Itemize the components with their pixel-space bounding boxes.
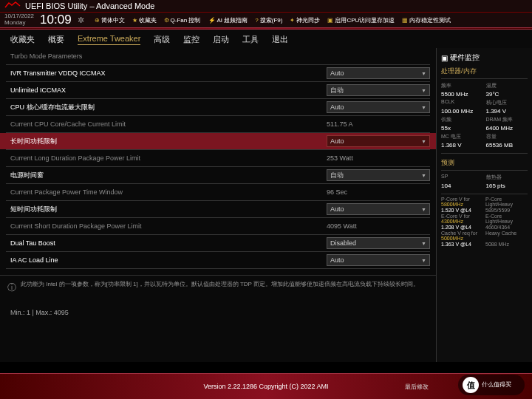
toolbar-item[interactable]: ⚙Q-Fan 控制 (164, 16, 201, 24)
setting-label: Dual Tau Boost (10, 239, 327, 247)
toolbar-item[interactable]: ▣启用CPU访问显存加速 (327, 16, 395, 24)
tab-3[interactable]: 高级 (154, 34, 170, 45)
tabs: 收藏夹概要Extreme Tweaker高级监控启动工具退出 (0, 30, 532, 48)
setting-row[interactable]: IA AC Load LineAuto▼ (0, 252, 436, 268)
chevron-down-icon: ▼ (421, 88, 426, 93)
setting-label: Current Package Power Time Window (10, 188, 327, 196)
tab-4[interactable]: 监控 (183, 34, 200, 45)
setting-select[interactable]: Auto▼ (327, 254, 430, 266)
setting-label: Current CPU Core/Cache Current Limit (10, 120, 327, 128)
toolbar-item[interactable]: ⊕简体中文 (95, 16, 125, 24)
section-header: Turbo Mode Parameters (0, 48, 436, 64)
setting-value: 96 Sec (327, 188, 430, 196)
monitor-icon: ▣ (441, 54, 448, 62)
hardware-monitor: ▣硬件监控 处理器/内存 频率温度5500 MHz39°CBCLK核心电压100… (436, 48, 532, 362)
min-max: Min.: 1 | Max.: 4095 (0, 307, 436, 318)
chevron-down-icon: ▼ (421, 207, 426, 212)
setting-value: 253 Watt (327, 154, 430, 162)
tab-1[interactable]: 概要 (48, 34, 64, 45)
setting-select[interactable]: Disabled▼ (327, 237, 430, 249)
tab-0[interactable]: 收藏夹 (10, 34, 35, 45)
setting-row[interactable]: 长时间功耗限制Auto▼ (0, 133, 436, 149)
setting-label: 电源时间窗 (10, 171, 327, 180)
tab-2[interactable]: Extreme Tweaker (78, 34, 140, 45)
setting-row: Current CPU Core/Cache Current Limit511.… (0, 116, 436, 132)
toolbar-item[interactable]: ?搜索(F9) (255, 16, 282, 24)
setting-row[interactable]: CPU 核心/缓存电流最大限制Auto▼ (0, 99, 436, 115)
toolbar-item[interactable]: ▦内存稳定性测试 (402, 16, 451, 24)
setting-select[interactable]: Auto▼ (327, 101, 430, 113)
setting-row[interactable]: Dual Tau BoostDisabled▼ (0, 235, 436, 251)
chevron-down-icon: ▼ (421, 71, 426, 76)
toolbar: ⊕简体中文★收藏夹⚙Q-Fan 控制⚡AI 超频指南?搜索(F9)✦神光同步▣启… (95, 16, 528, 24)
setting-row[interactable]: Unlimited ICCMAX自动▼ (0, 82, 436, 98)
toolbar-item[interactable]: ★收藏夹 (132, 16, 157, 24)
watermark: 值 什么值得买 (458, 375, 525, 395)
setting-value: 4095 Watt (327, 222, 430, 230)
setting-select[interactable]: Auto▼ (327, 135, 430, 147)
setting-label: Current Long Duration Package Power Limi… (10, 154, 327, 162)
chevron-down-icon: ▼ (421, 173, 426, 178)
info-icon: ⓘ (7, 282, 16, 294)
setting-select[interactable]: 自动▼ (327, 169, 430, 181)
setting-select[interactable]: Auto▼ (327, 67, 430, 79)
help-panel: ⓘ 此功能为 Intel 的一项参数，称为[功率限制 1]，并以瓦特为单位。默认… (0, 275, 436, 299)
setting-row: Current Package Power Time Window96 Sec (0, 184, 436, 200)
settings-icon[interactable]: ✲ (78, 16, 84, 25)
setting-label: 短时间功耗限制 (10, 205, 327, 214)
chevron-down-icon: ▼ (421, 139, 426, 144)
setting-select[interactable]: Auto▼ (327, 203, 430, 215)
setting-select[interactable]: 自动▼ (327, 84, 430, 96)
version-text: Version 2.22.1286 Copyright (C) 2022 AMI (203, 383, 328, 390)
tab-6[interactable]: 工具 (242, 34, 259, 45)
chevron-down-icon: ▼ (421, 105, 426, 110)
clock: 10:09 (40, 13, 72, 27)
setting-label: Unlimited ICCMAX (10, 86, 327, 94)
setting-label: IA AC Load Line (10, 256, 327, 264)
toolbar-item[interactable]: ⚡AI 超频指南 (208, 16, 248, 24)
setting-row[interactable]: 电源时间窗自动▼ (0, 167, 436, 183)
setting-label: IVR Transmitter VDDQ ICCMAX (10, 69, 327, 77)
tab-5[interactable]: 启动 (213, 34, 229, 45)
chevron-down-icon: ▼ (421, 241, 426, 246)
tab-7[interactable]: 退出 (272, 34, 288, 45)
app-title: UEFI BIOS Utility – Advanced Mode (25, 1, 154, 10)
setting-row: Current Short Duration Package Power Lim… (0, 218, 436, 234)
setting-label: Current Short Duration Package Power Lim… (10, 222, 327, 230)
setting-value: 511.75 A (327, 120, 430, 128)
date-block: 10/17/2022Monday (4, 13, 34, 27)
toolbar-item[interactable]: ✦神光同步 (290, 16, 320, 24)
setting-row[interactable]: 短时间功耗限制Auto▼ (0, 201, 436, 217)
setting-row[interactable]: IVR Transmitter VDDQ ICCMAXAuto▼ (0, 65, 436, 81)
setting-row: Current Long Duration Package Power Limi… (0, 150, 436, 166)
setting-label: 长时间功耗限制 (10, 137, 327, 146)
setting-label: CPU 核心/缓存电流最大限制 (10, 103, 327, 112)
last-modified: 最后修改 (405, 383, 429, 391)
chevron-down-icon: ▼ (421, 258, 426, 263)
brand-logo (4, 1, 21, 10)
